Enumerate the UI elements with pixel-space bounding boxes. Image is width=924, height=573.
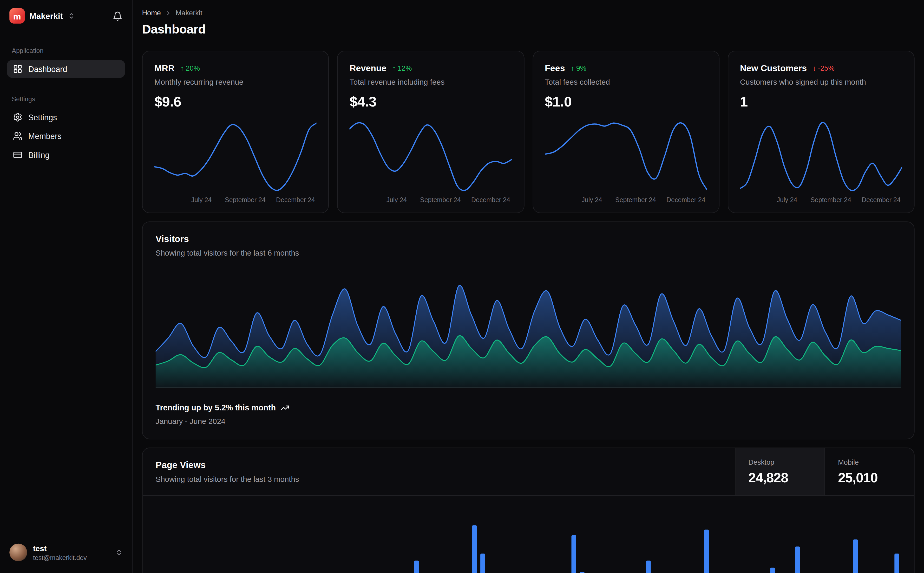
- visitors-title: Visitors: [156, 234, 901, 244]
- sparkline-axis-labels: July 24 September 24 December 24: [154, 195, 317, 205]
- new-customers-sparkline-chart: [740, 119, 902, 194]
- sidebar-item-billing[interactable]: Billing: [7, 146, 125, 164]
- breadcrumb-current: Makerkit: [176, 9, 202, 17]
- stat-value: $1.0: [545, 94, 707, 110]
- stat-card-mrr: MRR ↑20% Monthly recurring revenue $9.6 …: [142, 51, 329, 213]
- chevrons-up-down-icon: [67, 13, 75, 19]
- stat-description: Total fees collected: [545, 78, 707, 86]
- page-title: Dashboard: [142, 22, 915, 36]
- trend-badge: ↑20%: [180, 64, 200, 72]
- chevron-right-icon: [165, 9, 171, 16]
- breadcrumb: Home Makerkit: [142, 9, 915, 17]
- sparkline-axis-labels: July 24 September 24 December 24: [350, 195, 512, 205]
- sidebar-section-settings: Settings: [7, 96, 125, 102]
- stat-card-revenue: Revenue ↑12% Total revenue including fee…: [337, 51, 524, 213]
- dashboard-icon: [13, 64, 22, 74]
- chevrons-up-down-icon: [115, 549, 122, 556]
- breadcrumb-home-link[interactable]: Home: [142, 9, 161, 17]
- sidebar-item-label: Dashboard: [28, 64, 67, 73]
- stat-value: $9.6: [154, 94, 317, 110]
- stat-description: Customers who signed up this month: [740, 78, 902, 86]
- stat-title: MRR: [154, 63, 174, 73]
- page-views-header: Page Views Showing total visitors for th…: [143, 448, 914, 496]
- visitors-date-range: January - June 2024: [156, 417, 901, 426]
- toggle-mobile[interactable]: Mobile 25,010: [824, 448, 914, 495]
- main-content: Home Makerkit Dashboard MRR ↑20% Monthly…: [133, 0, 924, 573]
- stat-value: 1: [740, 94, 902, 110]
- mrr-sparkline-chart: [154, 119, 317, 194]
- page-views-bar-chart: [156, 507, 901, 573]
- user-name: test: [33, 544, 87, 553]
- visitors-subtitle: Showing total visitors for the last 6 mo…: [156, 249, 901, 257]
- stat-cards-row: MRR ↑20% Monthly recurring revenue $9.6 …: [142, 51, 915, 213]
- app-root: m Makerkit Application Dashboard Setting…: [0, 0, 924, 573]
- toggle-value: 25,010: [838, 470, 901, 485]
- bell-icon: [113, 11, 123, 21]
- toggle-value: 24,828: [748, 470, 811, 485]
- trend-up-icon: ↑: [392, 64, 396, 72]
- makerkit-logo-icon: m: [9, 8, 25, 23]
- stat-card-fees: Fees ↑9% Total fees collected $1.0 July …: [532, 51, 719, 213]
- visitors-card: Visitors Showing total visitors for the …: [142, 221, 915, 439]
- trending-up-icon: [281, 403, 289, 412]
- stat-description: Monthly recurring revenue: [154, 78, 317, 86]
- sparkline-axis-labels: July 24 September 24 December 24: [740, 195, 902, 205]
- workspace-name: Makerkit: [29, 11, 63, 20]
- workspace-switcher[interactable]: m Makerkit: [9, 8, 75, 23]
- sidebar-section-application: Application: [7, 47, 125, 54]
- toggle-label: Mobile: [838, 458, 901, 466]
- trend-down-icon: ↓: [813, 64, 816, 72]
- user-menu[interactable]: test test@makerkit.dev: [7, 541, 125, 564]
- trend-up-icon: ↑: [180, 64, 184, 72]
- stat-title: Revenue: [350, 63, 386, 73]
- stat-value: $4.3: [350, 94, 512, 110]
- visitors-footer: Trending up by 5.2% this month: [156, 403, 901, 412]
- notifications-button[interactable]: [113, 11, 123, 21]
- stat-title: Fees: [545, 63, 565, 73]
- sidebar-item-label: Billing: [28, 150, 50, 159]
- sidebar: m Makerkit Application Dashboard Setting…: [0, 0, 133, 573]
- toggle-desktop[interactable]: Desktop 24,828: [735, 448, 824, 495]
- user-email: test@makerkit.dev: [33, 554, 87, 561]
- sidebar-item-label: Members: [28, 132, 61, 141]
- avatar: [9, 544, 27, 561]
- page-views-subtitle: Showing total visitors for the last 3 mo…: [156, 474, 722, 484]
- page-views-card: Page Views Showing total visitors for th…: [142, 448, 915, 573]
- page-views-title: Page Views: [156, 460, 722, 471]
- credit-card-icon: [13, 150, 22, 160]
- revenue-sparkline-chart: [350, 119, 512, 194]
- stat-description: Total revenue including fees: [350, 78, 512, 86]
- trend-badge: ↓-25%: [813, 64, 835, 72]
- sidebar-item-settings[interactable]: Settings: [7, 108, 125, 126]
- trend-badge: ↑12%: [392, 64, 412, 72]
- fees-sparkline-chart: [545, 119, 707, 194]
- gear-icon: [13, 113, 22, 122]
- trend-up-icon: ↑: [571, 64, 574, 72]
- users-icon: [13, 132, 22, 141]
- trend-badge: ↑9%: [571, 64, 587, 72]
- stat-card-new-customers: New Customers ↓-25% Customers who signed…: [728, 51, 915, 213]
- sidebar-item-members[interactable]: Members: [7, 127, 125, 145]
- visitors-area-chart: [156, 275, 901, 388]
- sidebar-item-label: Settings: [28, 113, 57, 122]
- toggle-label: Desktop: [748, 458, 811, 466]
- stat-title: New Customers: [740, 63, 807, 73]
- sparkline-axis-labels: July 24 September 24 December 24: [545, 195, 707, 205]
- sidebar-item-dashboard[interactable]: Dashboard: [7, 60, 125, 78]
